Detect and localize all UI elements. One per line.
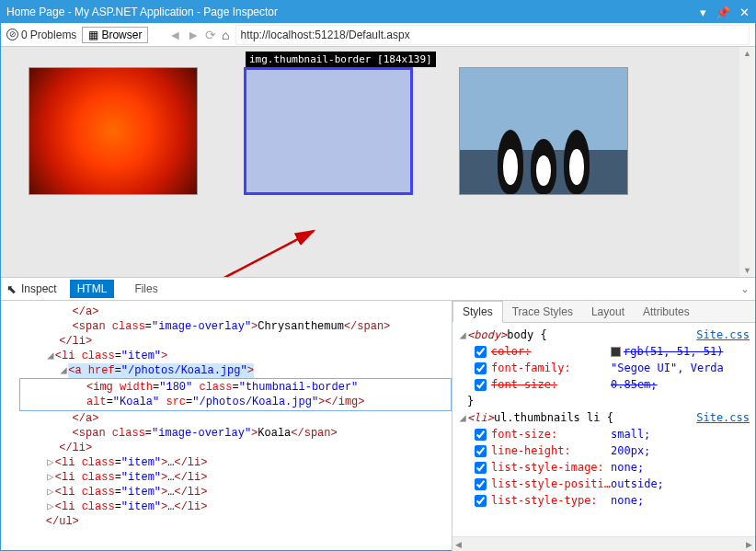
url-input[interactable] bbox=[237, 27, 748, 43]
thumbnail-chrysanthemum[interactable] bbox=[29, 67, 198, 195]
problems-indicator[interactable]: ⊘ 0 Problems bbox=[6, 29, 76, 41]
dom-line[interactable]: <span class="image-overlay">Chrysanthemu… bbox=[19, 319, 452, 334]
css-source-link[interactable]: Site.css bbox=[696, 409, 750, 426]
nav-forward-icon[interactable]: ► bbox=[187, 28, 200, 42]
browser-button[interactable]: ▦ Browser bbox=[82, 27, 148, 43]
inspect-button[interactable]: ⬉ Inspect bbox=[6, 282, 57, 296]
tree-expand-icon[interactable]: ▷ bbox=[46, 470, 55, 485]
property-checkbox[interactable] bbox=[475, 429, 487, 441]
problems-count: 0 bbox=[21, 29, 28, 41]
css-property[interactable]: list-style-type:none; bbox=[458, 492, 750, 509]
annotation-arrow bbox=[212, 226, 350, 277]
nav-refresh-icon[interactable]: ⟳ bbox=[205, 28, 216, 42]
dom-line[interactable]: </a> bbox=[19, 304, 452, 319]
scroll-left-icon[interactable]: ◀ bbox=[455, 540, 462, 549]
pin-icon[interactable]: 📌 bbox=[716, 6, 730, 19]
preview-scrollbar[interactable]: ▲ ▼ bbox=[739, 47, 755, 277]
nav-back-icon[interactable]: ◄ bbox=[168, 28, 181, 42]
property-checkbox[interactable] bbox=[475, 495, 487, 507]
css-property[interactable]: font-size:0.85em; bbox=[458, 376, 750, 393]
toolbar: ⊘ 0 Problems ▦ Browser ◄ ► ⟳ ⌂ bbox=[1, 23, 755, 47]
browser-label: Browser bbox=[101, 29, 142, 41]
dom-line-selected[interactable]: <img width="180" class="thumbnail-border… bbox=[19, 378, 452, 411]
problems-icon: ⊘ bbox=[6, 29, 18, 40]
titlebar: Home Page - My ASP.NET Application - Pag… bbox=[1, 1, 755, 23]
tree-expand-icon[interactable]: ▷ bbox=[46, 485, 55, 499]
window-controls: ▾ 📌 ✕ bbox=[700, 6, 750, 19]
tree-collapse-icon[interactable]: ◢ bbox=[458, 409, 467, 426]
dom-line[interactable]: </ul> bbox=[19, 514, 452, 529]
dom-line[interactable]: <span class="image-overlay">Koala</span> bbox=[19, 426, 452, 441]
inspect-icon: ⬉ bbox=[6, 282, 17, 296]
close-icon[interactable]: ✕ bbox=[739, 6, 750, 19]
tree-collapse-icon[interactable]: ◢ bbox=[46, 349, 55, 363]
css-rule-selector[interactable]: ◢<li> ul.thumbnails li { Site.css bbox=[458, 409, 750, 426]
problems-label: Problems bbox=[30, 29, 77, 41]
tab-layout[interactable]: Layout bbox=[582, 302, 634, 322]
property-checkbox[interactable] bbox=[475, 346, 487, 358]
url-bar bbox=[235, 25, 750, 45]
styles-scrollbar-h[interactable]: ◀▶ bbox=[452, 536, 755, 551]
css-property[interactable]: line-height:200px; bbox=[458, 442, 750, 459]
tree-collapse-icon[interactable]: ◢ bbox=[458, 327, 467, 343]
window-title: Home Page - My ASP.NET Application - Pag… bbox=[6, 6, 700, 18]
css-property[interactable]: font-size:small; bbox=[458, 426, 750, 442]
nav-home-icon[interactable]: ⌂ bbox=[222, 28, 229, 42]
browser-preview: img.thumbnail-border [184x139] ▲ ▼ bbox=[1, 47, 755, 277]
property-checkbox[interactable] bbox=[475, 478, 487, 490]
thumbnail-penguins[interactable] bbox=[459, 67, 628, 195]
tree-collapse-icon[interactable]: ◢ bbox=[59, 363, 68, 378]
scroll-up-icon[interactable]: ▲ bbox=[743, 49, 751, 58]
scroll-right-icon[interactable]: ▶ bbox=[746, 540, 752, 549]
tab-html[interactable]: HTML bbox=[70, 280, 115, 298]
inspector-panels: </a> <span class="image-overlay">Chrysan… bbox=[1, 301, 755, 551]
css-property[interactable]: list-style-positi…outside; bbox=[458, 476, 750, 492]
dom-line[interactable]: ▷<li class="item">…</li> bbox=[19, 485, 452, 499]
color-swatch bbox=[611, 347, 621, 357]
dom-line[interactable]: </li> bbox=[19, 334, 452, 349]
css-source-link[interactable]: Site.css bbox=[696, 327, 750, 343]
dom-line[interactable]: ▷<li class="item">…</li> bbox=[19, 470, 452, 485]
css-rule-selector[interactable]: ◢<body> body { Site.css bbox=[458, 327, 750, 343]
thumbnail-koala-selected[interactable]: img.thumbnail-border [184x139] bbox=[244, 67, 413, 195]
dom-line[interactable]: ◢<li class="item"> bbox=[19, 349, 452, 363]
property-checkbox[interactable] bbox=[475, 445, 487, 457]
styles-body[interactable]: ◢<body> body { Site.css color:rgb(51, 51… bbox=[452, 323, 755, 536]
property-checkbox[interactable] bbox=[475, 379, 487, 391]
dropdown-icon[interactable]: ▾ bbox=[700, 6, 706, 19]
styles-panel: Styles Trace Styles Layout Attributes ◢<… bbox=[452, 301, 755, 551]
svg-line-0 bbox=[217, 231, 314, 277]
css-rule-close: } bbox=[458, 393, 750, 409]
tree-expand-icon[interactable]: ▷ bbox=[46, 499, 55, 514]
dom-tree-panel[interactable]: </a> <span class="image-overlay">Chrysan… bbox=[1, 301, 452, 551]
scroll-down-icon[interactable]: ▼ bbox=[743, 266, 751, 275]
css-property[interactable]: color:rgb(51, 51, 51) bbox=[458, 343, 750, 360]
tab-attributes[interactable]: Attributes bbox=[634, 302, 699, 322]
property-checkbox[interactable] bbox=[475, 362, 487, 374]
css-property[interactable]: font-family:"Segoe UI", Verda bbox=[458, 360, 750, 376]
tab-files[interactable]: Files bbox=[127, 280, 165, 298]
tree-expand-icon[interactable]: ▷ bbox=[46, 455, 55, 470]
dom-line[interactable]: </a> bbox=[19, 411, 452, 426]
dom-line[interactable]: </li> bbox=[19, 441, 452, 455]
dom-line[interactable]: ▷<li class="item">…</li> bbox=[19, 455, 452, 470]
chevron-down-icon[interactable]: ⌄ bbox=[740, 282, 750, 295]
styles-tabs: Styles Trace Styles Layout Attributes bbox=[452, 301, 755, 323]
dom-line[interactable]: ▷<li class="item">…</li> bbox=[19, 499, 452, 514]
inspector-toolbar: ⬉ Inspect HTML Files ⌄ bbox=[1, 277, 755, 301]
inspector-hover-label: img.thumbnail-border [184x139] bbox=[246, 52, 436, 67]
property-checkbox[interactable] bbox=[475, 462, 487, 474]
css-property[interactable]: list-style-image:none; bbox=[458, 459, 750, 476]
tab-styles[interactable]: Styles bbox=[452, 301, 503, 323]
inspect-label: Inspect bbox=[21, 282, 57, 295]
dom-line[interactable]: ◢<a href="/photos/Koala.jpg"> bbox=[19, 363, 452, 378]
browser-icon: ▦ bbox=[88, 29, 98, 41]
tab-trace-styles[interactable]: Trace Styles bbox=[503, 302, 582, 322]
